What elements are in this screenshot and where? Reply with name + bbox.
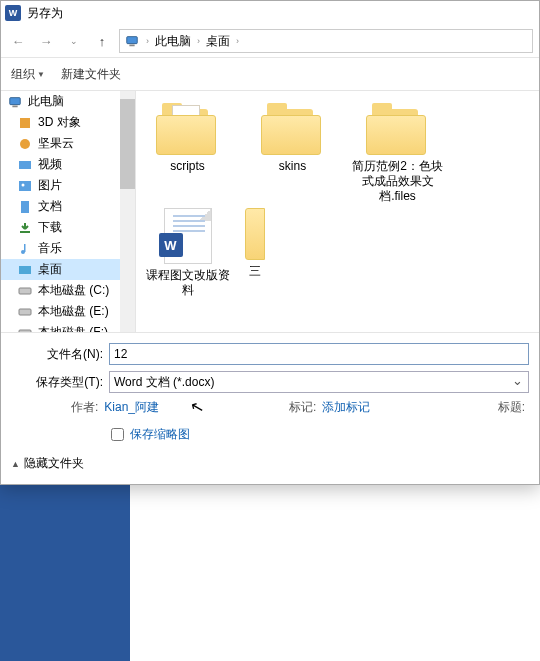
up-button[interactable]: ↑ — [91, 30, 113, 52]
word-app-background — [0, 485, 130, 661]
file-label: 课程图文改版资料 — [140, 268, 235, 298]
tree-node-label: 坚果云 — [38, 135, 74, 152]
author-value[interactable]: Kian_阿建 — [104, 399, 159, 416]
3d-icon — [17, 115, 33, 131]
svg-rect-15 — [19, 309, 31, 315]
dl-icon — [17, 220, 33, 236]
pc-icon — [7, 94, 23, 110]
file-item[interactable]: scripts — [140, 103, 235, 204]
filename-input[interactable] — [109, 343, 529, 365]
tree-node[interactable]: 桌面 — [1, 259, 135, 280]
tree-node-label: 此电脑 — [28, 93, 64, 110]
filetype-select[interactable]: Word 文档 (*.docx) — [109, 371, 529, 393]
tree-node[interactable]: 音乐 — [1, 238, 135, 259]
scrollbar-thumb[interactable] — [120, 99, 135, 189]
tree-node-label: 视频 — [38, 156, 62, 173]
svg-rect-2 — [10, 97, 21, 104]
chevron-right-icon: › — [233, 36, 242, 46]
disk-icon — [17, 325, 33, 333]
organize-menu[interactable]: 组织 ▼ — [11, 66, 45, 83]
file-icon — [245, 208, 265, 260]
tree-node-label: 图片 — [38, 177, 62, 194]
nav-row: ← → ⌄ ↑ › 此电脑 › 桌面 › — [1, 25, 539, 57]
disk-icon — [17, 304, 33, 320]
tree-node[interactable]: 本地磁盘 (C:) — [1, 280, 135, 301]
file-item[interactable]: W课程图文改版资料 — [140, 208, 235, 298]
author-label: 作者: — [71, 399, 98, 416]
file-item[interactable]: 简历范例2：色块式成品效果文档.files — [350, 103, 445, 204]
tags-input[interactable]: 添加标记 — [322, 399, 370, 416]
forward-button[interactable]: → — [35, 30, 57, 52]
svg-rect-1 — [129, 45, 134, 47]
svg-rect-10 — [20, 231, 30, 233]
file-item[interactable]: skins — [245, 103, 340, 204]
folder-tree[interactable]: 此电脑3D 对象坚果云视频图片文档下载音乐桌面本地磁盘 (C:)本地磁盘 (E:… — [1, 91, 136, 332]
tree-node[interactable]: 下载 — [1, 217, 135, 238]
file-icon: W — [164, 208, 212, 264]
breadcrumb[interactable]: › 此电脑 › 桌面 › — [119, 29, 533, 53]
svg-point-5 — [20, 139, 30, 149]
save-thumbnail-checkbox[interactable] — [111, 428, 124, 441]
tree-node-label: 下载 — [38, 219, 62, 236]
file-label: scripts — [170, 159, 205, 174]
video-icon — [17, 157, 33, 173]
dialog-title: 另存为 — [27, 5, 63, 22]
tree-node[interactable]: 文档 — [1, 196, 135, 217]
music-icon — [17, 241, 33, 257]
tree-node-label: 文档 — [38, 198, 62, 215]
filename-label: 文件名(N): — [1, 346, 109, 363]
tree-node-label: 本地磁盘 (F:) — [38, 324, 108, 332]
toolbar: 组织 ▼ 新建文件夹 — [1, 57, 539, 91]
tree-node[interactable]: 3D 对象 — [1, 112, 135, 133]
nut-icon — [17, 136, 33, 152]
svg-rect-4 — [20, 118, 30, 128]
file-label: 简历范例2：色块式成品效果文档.files — [350, 159, 445, 204]
expander-icon[interactable]: ▲ — [11, 459, 20, 469]
tree-node[interactable]: 图片 — [1, 175, 135, 196]
tree-node[interactable]: 此电脑 — [1, 91, 135, 112]
file-icon — [156, 103, 220, 155]
pic-icon — [17, 178, 33, 194]
disk-icon — [17, 283, 33, 299]
svg-rect-0 — [127, 37, 138, 44]
file-label: skins — [279, 159, 306, 174]
crumb-current[interactable]: 桌面 — [203, 33, 233, 50]
svg-rect-16 — [19, 330, 31, 333]
hide-folders-link[interactable]: 隐藏文件夹 — [24, 455, 84, 472]
svg-rect-7 — [19, 181, 31, 191]
titlebar: W 另存为 — [1, 1, 539, 25]
svg-point-8 — [22, 183, 25, 186]
svg-rect-3 — [12, 105, 17, 107]
tree-node[interactable]: 坚果云 — [1, 133, 135, 154]
doc-title-label: 标题: — [498, 399, 525, 416]
save-form: 文件名(N): 保存类型(T): Word 文档 (*.docx) 作者: Ki… — [1, 332, 539, 484]
file-label: 三 — [249, 264, 261, 279]
svg-rect-6 — [19, 161, 31, 169]
svg-rect-13 — [19, 266, 31, 274]
file-icon — [366, 103, 430, 155]
svg-rect-14 — [19, 288, 31, 294]
doc-icon — [17, 199, 33, 215]
tree-scrollbar[interactable] — [120, 91, 135, 332]
back-button[interactable]: ← — [7, 30, 29, 52]
file-icon — [261, 103, 325, 155]
svg-rect-9 — [21, 201, 29, 213]
recent-dropdown[interactable]: ⌄ — [63, 30, 85, 52]
crumb-root[interactable]: 此电脑 — [152, 33, 194, 50]
tree-node-label: 音乐 — [38, 240, 62, 257]
pc-icon — [124, 33, 140, 49]
tree-node[interactable]: 视频 — [1, 154, 135, 175]
file-grid[interactable]: scriptsskins简历范例2：色块式成品效果文档.filesW课程图文改版… — [136, 91, 539, 332]
caret-down-icon: ▼ — [37, 70, 45, 79]
tree-node-label: 本地磁盘 (C:) — [38, 282, 109, 299]
tree-node-label: 3D 对象 — [38, 114, 81, 131]
save-as-dialog: W 另存为 ← → ⌄ ↑ › 此电脑 › 桌面 › 组织 ▼ 新建文件夹 此电… — [0, 0, 540, 485]
save-thumbnail-label[interactable]: 保存缩略图 — [130, 426, 190, 443]
file-item[interactable]: 三 — [245, 208, 265, 298]
new-folder-button[interactable]: 新建文件夹 — [61, 66, 121, 83]
tree-node[interactable]: 本地磁盘 (F:) — [1, 322, 135, 332]
chevron-right-icon: › — [143, 36, 152, 46]
chevron-right-icon: › — [194, 36, 203, 46]
tree-node[interactable]: 本地磁盘 (E:) — [1, 301, 135, 322]
desk-icon — [17, 262, 33, 278]
